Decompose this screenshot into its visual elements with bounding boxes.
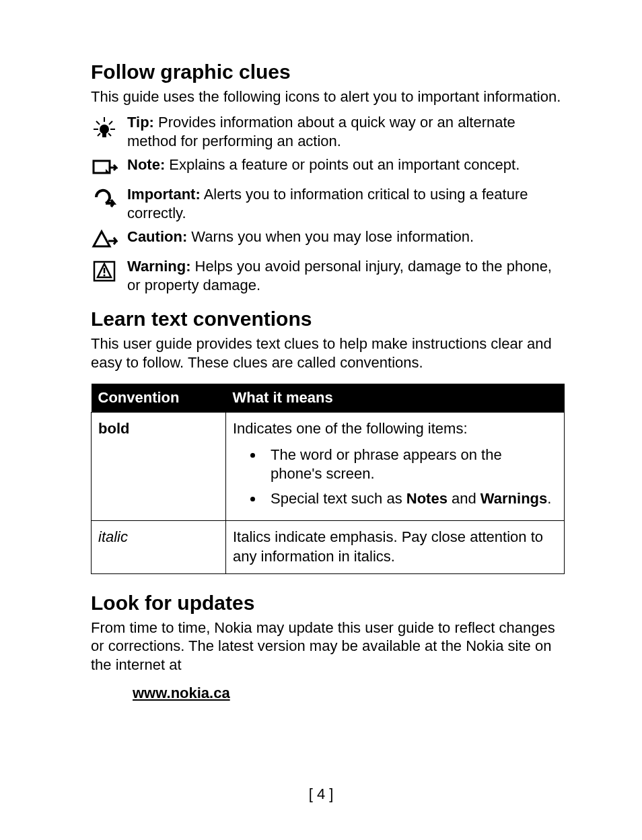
clue-tip: Tip: Provides information about a quick … xyxy=(91,113,565,151)
intro-section3: From time to time, Nokia may update this… xyxy=(91,619,565,674)
clue-warning: Warning: Helps you avoid personal injury… xyxy=(91,257,565,295)
clue-caution: Caution: Warns you when you may lose inf… xyxy=(91,228,565,253)
important-icon xyxy=(91,185,127,211)
clue-label: Warning: xyxy=(127,258,191,275)
nokia-link[interactable]: www.nokia.ca xyxy=(133,685,565,702)
svg-line-6 xyxy=(98,133,100,136)
svg-point-12 xyxy=(104,274,106,276)
clue-label: Caution: xyxy=(127,228,187,245)
heading-follow-graphic-clues: Follow graphic clues xyxy=(91,61,565,83)
table-header-meaning: What it means xyxy=(226,384,565,413)
list-item: Special text such as Notes and Warnings. xyxy=(264,489,557,509)
table-row: italic Italics indicate emphasis. Pay cl… xyxy=(92,521,565,573)
clue-body: Warns you when you may lose information. xyxy=(187,228,474,245)
table-row: bold Indicates one of the following item… xyxy=(92,413,565,521)
clue-note: Note: Explains a feature or points out a… xyxy=(91,155,565,181)
intro-section2: This user guide provides text clues to h… xyxy=(91,335,565,372)
row-label-italic: italic xyxy=(98,528,128,545)
svg-line-3 xyxy=(109,121,112,125)
heading-text-conventions: Learn text conventions xyxy=(91,308,565,330)
clue-body: Provides information about a quick way o… xyxy=(127,114,515,150)
clue-label: Tip: xyxy=(127,114,154,131)
clue-body: Helps you avoid personal injury, damage … xyxy=(127,258,552,294)
list-item: The word or phrase appears on the phone'… xyxy=(264,446,557,484)
note-icon xyxy=(91,155,127,181)
intro-section1: This guide uses the following icons to a… xyxy=(91,88,565,106)
heading-look-for-updates: Look for updates xyxy=(91,592,565,615)
warning-icon xyxy=(91,257,127,287)
page-number: [ 4 ] xyxy=(0,785,642,803)
clue-label: Note: xyxy=(127,156,165,173)
svg-line-2 xyxy=(96,121,100,125)
clue-body: Explains a feature or points out an impo… xyxy=(165,156,520,173)
caution-icon xyxy=(91,228,127,253)
svg-rect-8 xyxy=(102,133,106,137)
svg-point-0 xyxy=(100,125,108,133)
conventions-table: Convention What it means bold Indicates … xyxy=(91,384,565,574)
svg-line-7 xyxy=(108,133,111,136)
clue-important: Important: Alerts you to information cri… xyxy=(91,185,565,223)
row-lead: Indicates one of the following items: xyxy=(233,420,468,437)
clue-label: Important: xyxy=(127,186,201,203)
table-header-convention: Convention xyxy=(92,384,226,413)
row-text: Italics indicate emphasis. Pay close att… xyxy=(226,521,565,573)
lightbulb-icon xyxy=(91,113,127,144)
row-label-bold: bold xyxy=(98,420,129,437)
